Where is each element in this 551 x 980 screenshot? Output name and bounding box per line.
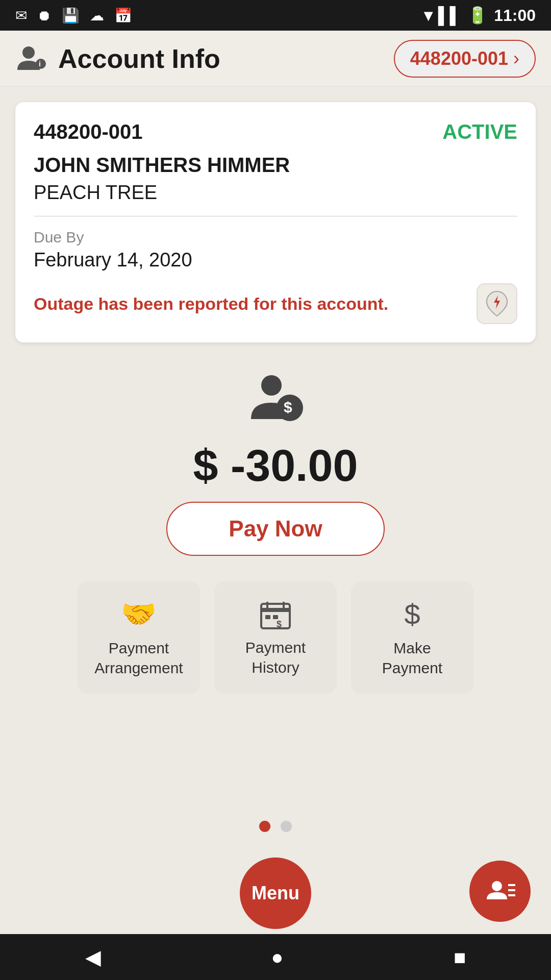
pay-now-button[interactable]: Pay Now: [166, 502, 384, 556]
account-name: JOHN SMITHERS HIMMER: [34, 154, 517, 177]
lightning-pin-icon: [485, 289, 509, 318]
payment-history-button[interactable]: $ PaymentHistory: [214, 581, 337, 694]
payment-history-label: PaymentHistory: [245, 638, 306, 677]
make-payment-label: MakePayment: [382, 638, 442, 678]
action-buttons: 🤝 PaymentArrangement $ PaymentHistory $ …: [15, 581, 536, 694]
chevron-right-icon: ›: [513, 48, 519, 69]
svg-point-0: [22, 46, 35, 59]
page-title: Account Info: [58, 43, 220, 74]
status-right: ▾ ▌▌ 🔋 11:00: [424, 6, 536, 25]
wifi-icon: ▾: [424, 6, 432, 25]
outage-message: Outage has been reported for this accoun…: [34, 294, 477, 314]
svg-text:$: $: [284, 399, 292, 415]
account-card: 448200-001 ACTIVE JOHN SMITHERS HIMMER P…: [15, 102, 536, 342]
svg-text:i: i: [39, 60, 41, 68]
nav-bar: ◀ ● ■: [0, 934, 551, 980]
signal-icon: ▌▌: [438, 6, 461, 25]
pagination-dot-1[interactable]: [259, 821, 270, 832]
svg-rect-9: [261, 608, 290, 612]
account-number: 448200-001: [34, 120, 143, 143]
contact-fab-button[interactable]: [469, 861, 531, 922]
make-payment-button[interactable]: $ MakePayment: [351, 581, 473, 694]
pagination-dot-2[interactable]: [281, 821, 292, 832]
account-badge-number: 448200-001: [410, 48, 508, 69]
header: i Account Info 448200-001 ›: [0, 31, 551, 87]
due-by-date: February 14, 2020: [34, 249, 517, 271]
payment-arrangement-button[interactable]: 🤝 PaymentArrangement: [78, 581, 200, 694]
balance-section: $ $ -30.00 Pay Now: [15, 358, 536, 566]
save-icon: 💾: [62, 7, 80, 24]
due-by-label: Due By: [34, 229, 517, 246]
svg-rect-12: [265, 615, 270, 619]
svg-point-15: [492, 881, 502, 891]
contact-icon: [484, 875, 516, 908]
account-status: ACTIVE: [442, 120, 517, 143]
header-left: i Account Info: [15, 42, 220, 75]
gmail-icon: ✉: [15, 7, 27, 24]
dollar-icon: $: [404, 598, 420, 631]
balance-amount: $ -30.00: [193, 439, 358, 492]
account-badge-button[interactable]: 448200-001 ›: [394, 40, 536, 78]
balance-icon: $: [245, 368, 306, 429]
outage-map-button[interactable]: [477, 283, 517, 324]
menu-button[interactable]: Menu: [240, 857, 311, 929]
record-icon: ⏺: [37, 7, 52, 24]
payment-arrangement-label: PaymentArrangement: [94, 638, 183, 678]
battery-icon: 🔋: [467, 6, 488, 25]
svg-text:$: $: [277, 619, 282, 629]
back-button[interactable]: ◀: [65, 940, 121, 974]
status-icons: ✉ ⏺ 💾 ☁ 📅: [15, 7, 132, 24]
svg-point-5: [261, 375, 282, 396]
pagination: [15, 821, 536, 837]
outage-row: Outage has been reported for this accoun…: [34, 283, 517, 324]
time-display: 11:00: [494, 6, 536, 25]
home-button[interactable]: ●: [251, 941, 304, 974]
account-card-header: 448200-001 ACTIVE: [34, 120, 517, 143]
svg-rect-13: [273, 615, 278, 619]
cloud-icon: ☁: [90, 7, 104, 24]
account-info-icon: i: [15, 42, 48, 75]
main-content: 448200-001 ACTIVE JOHN SMITHERS HIMMER P…: [0, 87, 551, 852]
recents-button[interactable]: ■: [433, 941, 486, 974]
calendar-icon: 📅: [114, 7, 132, 24]
status-bar: ✉ ⏺ 💾 ☁ 📅 ▾ ▌▌ 🔋 11:00: [0, 0, 551, 31]
handshake-icon: 🤝: [121, 597, 157, 631]
svg-point-1: [36, 59, 46, 69]
calendar-dollar-icon: $: [259, 598, 292, 630]
account-location: PEACH TREE: [34, 182, 517, 204]
bottom-bar: Menu: [0, 852, 551, 934]
spacer: [15, 709, 536, 805]
card-divider: [34, 216, 517, 216]
